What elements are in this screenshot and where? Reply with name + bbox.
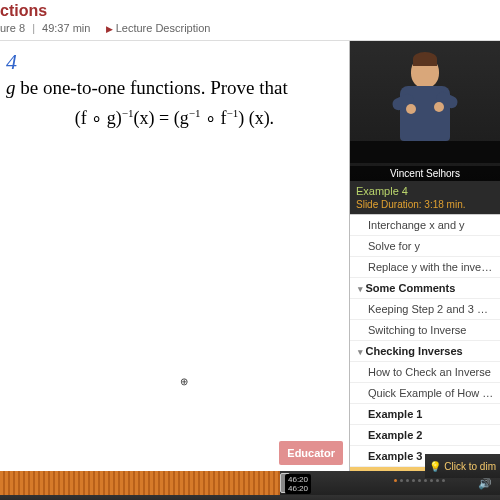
- outline-item[interactable]: How to Check an Inverse: [350, 362, 500, 383]
- outline-item[interactable]: Interchange x and y: [350, 215, 500, 236]
- outline-item[interactable]: Example 1: [350, 404, 500, 425]
- page-title-fragment: ctions: [0, 0, 500, 20]
- lightbulb-icon: 💡: [429, 461, 441, 472]
- lecture-meta: ure 8 | 49:37 min ▶Lecture Description: [0, 20, 500, 41]
- triangle-icon: ▶: [106, 24, 113, 34]
- chapter-markers: [394, 479, 445, 482]
- outline-item[interactable]: Example 2: [350, 425, 500, 446]
- equation: (f ∘ g)−1(x) = (g−1 ∘ f−1) (x).: [6, 107, 343, 129]
- outline-item[interactable]: Checking Inverses: [350, 341, 500, 362]
- hint-bar[interactable]: 💡 Click to dim: [425, 454, 500, 478]
- video-thumbnail[interactable]: Vincent Selhors: [350, 41, 500, 181]
- slide-info: Example 4 Slide Duration: 3:18 min.: [350, 181, 500, 214]
- outline-item[interactable]: Quick Example of How to Check: [350, 383, 500, 404]
- bottom-nav: re: Piecewise Functions Next Lecture: Va…: [0, 495, 500, 500]
- outline-item[interactable]: Switching to Inverse: [350, 320, 500, 341]
- outline-item[interactable]: Some Comments: [350, 278, 500, 299]
- hint-text: Click to dim: [444, 461, 496, 472]
- lecture-number: ure 8: [0, 22, 25, 34]
- educator-logo: Educator: [279, 441, 343, 465]
- instructor-name: Vincent Selhors: [350, 166, 500, 181]
- outline-item[interactable]: Replace y with the inverse: [350, 257, 500, 278]
- slide-duration: Slide Duration: 3:18 min.: [356, 199, 494, 210]
- cursor-marker: ⊕: [180, 376, 188, 387]
- played-region: [0, 471, 280, 495]
- time-tooltip: 46:2046:20: [285, 474, 311, 494]
- sidebar: Vincent Selhors Example 4 Slide Duration…: [350, 41, 500, 471]
- outline-list[interactable]: Interchange x and ySolve for yReplace y …: [350, 214, 500, 471]
- proof-text: g be one-to-one functions. Prove that: [6, 77, 343, 99]
- main-content: 4 g be one-to-one functions. Prove that …: [0, 41, 500, 471]
- slide-area: 4 g be one-to-one functions. Prove that …: [0, 41, 350, 471]
- outline-item[interactable]: Solve for y: [350, 236, 500, 257]
- volume-control[interactable]: 🔊: [478, 477, 492, 490]
- current-slide-label: Example 4: [356, 185, 494, 197]
- lecture-description-link[interactable]: Lecture Description: [116, 22, 211, 34]
- lecture-duration: 49:37 min: [42, 22, 90, 34]
- speaker-icon[interactable]: 🔊: [478, 477, 492, 490]
- outline-item[interactable]: Keeping Step 2 and 3 Straight: [350, 299, 500, 320]
- example-number: 4: [6, 49, 343, 75]
